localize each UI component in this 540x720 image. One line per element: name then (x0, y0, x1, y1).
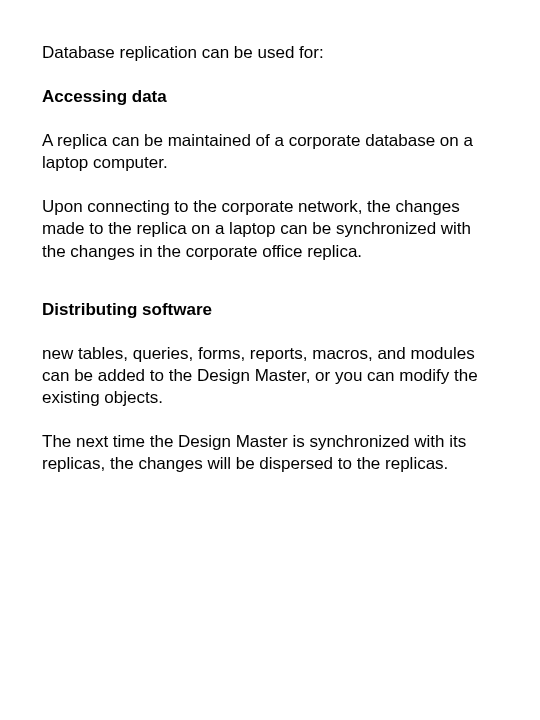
intro-text: Database replication can be used for: (42, 42, 498, 64)
body-paragraph: A replica can be maintained of a corpora… (42, 130, 498, 174)
section-spacer (42, 285, 498, 299)
body-paragraph: The next time the Design Master is synch… (42, 431, 498, 475)
section-heading: Distributing software (42, 299, 498, 321)
body-paragraph: Upon connecting to the corporate network… (42, 196, 498, 262)
body-paragraph: new tables, queries, forms, reports, mac… (42, 343, 498, 409)
section-heading: Accessing data (42, 86, 498, 108)
